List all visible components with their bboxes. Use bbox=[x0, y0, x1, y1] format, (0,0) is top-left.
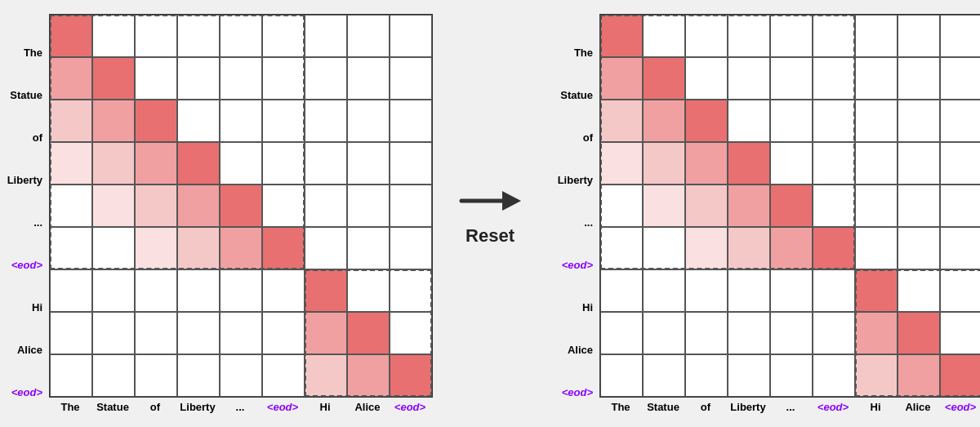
cell-4-6 bbox=[305, 185, 347, 227]
arrow-container: Reset bbox=[457, 180, 523, 247]
col-label-7: Alice bbox=[897, 401, 939, 413]
row-label-0: The bbox=[0, 31, 46, 73]
col-label-6: Hi bbox=[854, 401, 897, 413]
cell-6-8 bbox=[940, 269, 980, 312]
grid-row-5 bbox=[600, 227, 980, 269]
cell-1-8 bbox=[390, 57, 432, 100]
cell-3-5 bbox=[262, 142, 305, 185]
col-label-5: <eod> bbox=[261, 401, 304, 413]
svg-marker-1 bbox=[502, 191, 521, 211]
cell-2-2 bbox=[685, 100, 728, 142]
cell-8-5 bbox=[262, 354, 305, 397]
cell-1-6 bbox=[855, 57, 898, 100]
main-container: TheStatueofLiberty...<eod>HiAlice<eod>Th… bbox=[0, 6, 980, 421]
cell-2-5 bbox=[813, 100, 855, 142]
cell-6-8 bbox=[390, 269, 432, 312]
cell-0-5 bbox=[262, 15, 305, 57]
cell-2-3 bbox=[177, 100, 220, 142]
cell-7-0 bbox=[600, 312, 643, 354]
cell-1-8 bbox=[940, 57, 980, 100]
cell-1-3 bbox=[728, 57, 770, 100]
right-matrix-wrapper-grid bbox=[599, 14, 980, 398]
cell-2-1 bbox=[92, 100, 135, 142]
cell-8-1 bbox=[92, 354, 135, 397]
col-label-8: <eod> bbox=[939, 401, 980, 413]
cell-0-5 bbox=[813, 15, 855, 57]
cell-6-2 bbox=[135, 269, 177, 312]
col-label-6: Hi bbox=[304, 401, 346, 413]
col-label-4: ... bbox=[219, 401, 261, 413]
cell-0-6 bbox=[305, 15, 347, 57]
cell-0-1 bbox=[92, 15, 135, 57]
cell-4-4 bbox=[770, 185, 813, 227]
cell-6-3 bbox=[728, 269, 770, 312]
cell-7-3 bbox=[177, 312, 220, 354]
cell-8-6 bbox=[305, 354, 347, 397]
cell-4-1 bbox=[643, 185, 685, 227]
cell-1-2 bbox=[685, 57, 728, 100]
cell-6-4 bbox=[770, 269, 813, 312]
cell-7-8 bbox=[390, 312, 432, 354]
cell-8-5 bbox=[813, 354, 855, 397]
cell-8-7 bbox=[347, 354, 390, 397]
col-label-2: of bbox=[684, 401, 727, 413]
right-matrix-wrapper: TheStatueofLiberty...<eod>HiAlice<eod>Th… bbox=[547, 14, 980, 413]
cell-7-6 bbox=[855, 312, 898, 354]
cell-2-1 bbox=[643, 100, 685, 142]
cell-4-7 bbox=[898, 185, 940, 227]
col-label-8: <eod> bbox=[389, 401, 431, 413]
left-matrix-wrapper-grid-cols: TheStatueofLiberty...<eod>HiAlice<eod> bbox=[49, 14, 433, 413]
grid-row-1 bbox=[600, 57, 980, 100]
cell-2-6 bbox=[305, 100, 347, 142]
grid-row-4 bbox=[600, 185, 980, 227]
col-label-7: Alice bbox=[346, 401, 389, 413]
cell-8-4 bbox=[220, 354, 262, 397]
cell-3-8 bbox=[940, 142, 980, 185]
cell-8-7 bbox=[898, 354, 940, 397]
left-matrix-wrapper-grid bbox=[49, 14, 433, 398]
cell-5-3 bbox=[728, 227, 770, 269]
cell-6-2 bbox=[685, 269, 728, 312]
grid-row-5 bbox=[50, 227, 432, 269]
cell-3-6 bbox=[855, 142, 898, 185]
cell-1-3 bbox=[177, 57, 220, 100]
cell-0-8 bbox=[390, 15, 432, 57]
cell-0-7 bbox=[898, 15, 940, 57]
cell-6-5 bbox=[813, 269, 855, 312]
cell-8-0 bbox=[600, 354, 643, 397]
cell-5-5 bbox=[813, 227, 855, 269]
cell-0-0 bbox=[50, 15, 92, 57]
cell-2-0 bbox=[600, 100, 643, 142]
cell-5-6 bbox=[855, 227, 898, 269]
right-matrix-wrapper-area: TheStatueofLiberty...<eod>HiAlice<eod>Th… bbox=[547, 14, 980, 413]
row-label-8: <eod> bbox=[547, 371, 596, 413]
cell-2-4 bbox=[770, 100, 813, 142]
cell-1-2 bbox=[135, 57, 177, 100]
grid-row-2 bbox=[50, 100, 432, 142]
grid-row-3 bbox=[50, 142, 432, 185]
grid-row-1 bbox=[50, 57, 432, 100]
left-matrix-wrapper-area: TheStatueofLiberty...<eod>HiAlice<eod>Th… bbox=[0, 14, 433, 413]
cell-1-5 bbox=[813, 57, 855, 100]
col-label-1: Statue bbox=[91, 401, 134, 413]
cell-3-7 bbox=[898, 142, 940, 185]
reset-label: Reset bbox=[466, 225, 514, 247]
cell-3-0 bbox=[600, 142, 643, 185]
cell-3-1 bbox=[92, 142, 135, 185]
cell-2-6 bbox=[855, 100, 898, 142]
cell-8-8 bbox=[390, 354, 432, 397]
grid-row-0 bbox=[50, 15, 432, 57]
cell-4-5 bbox=[262, 185, 305, 227]
row-label-4: ... bbox=[547, 201, 596, 243]
cell-5-5 bbox=[262, 227, 305, 269]
grid-row-8 bbox=[50, 354, 432, 397]
cell-1-1 bbox=[643, 57, 685, 100]
cell-8-3 bbox=[728, 354, 770, 397]
row-label-7: Alice bbox=[547, 328, 596, 371]
left-matrix-wrapper-col-labels: TheStatueofLiberty...<eod>HiAlice<eod> bbox=[49, 401, 433, 413]
cell-1-1 bbox=[92, 57, 135, 100]
row-label-3: Liberty bbox=[0, 158, 46, 201]
cell-1-6 bbox=[305, 57, 347, 100]
cell-0-4 bbox=[220, 15, 262, 57]
grid-row-2 bbox=[600, 100, 980, 142]
